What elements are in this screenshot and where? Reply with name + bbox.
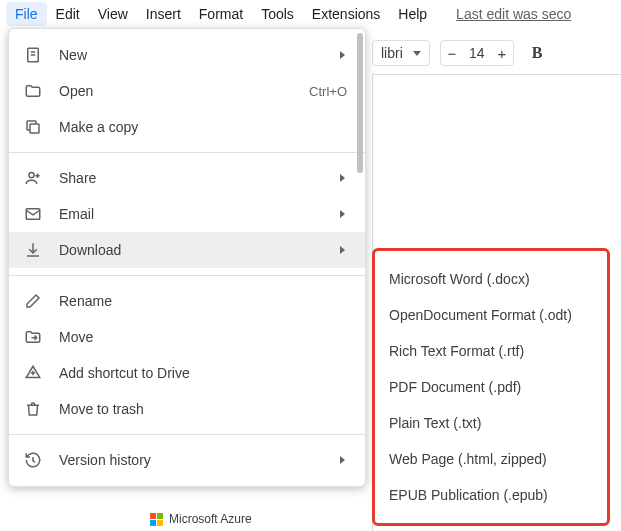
menubar-item-view[interactable]: View — [89, 2, 137, 26]
microsoft-logo-icon — [150, 513, 163, 526]
menu-item-version-history[interactable]: Version history — [9, 442, 365, 478]
download-option-html[interactable]: Web Page (.html, zipped) — [375, 441, 607, 477]
menu-item-email[interactable]: Email — [9, 196, 365, 232]
menubar-item-insert[interactable]: Insert — [137, 2, 190, 26]
menu-item-label: Open — [59, 83, 309, 99]
download-icon — [23, 240, 43, 260]
chevron-right-icon — [340, 174, 345, 182]
menubar-item-help[interactable]: Help — [389, 2, 436, 26]
menu-item-move[interactable]: Move — [9, 319, 365, 355]
menubar: File Edit View Insert Format Tools Exten… — [0, 0, 621, 28]
chevron-down-icon — [413, 51, 421, 56]
person-add-icon — [23, 168, 43, 188]
font-family-select[interactable]: libri — [372, 40, 430, 66]
bold-button[interactable]: B — [526, 42, 549, 64]
menu-item-label: Email — [59, 206, 340, 222]
menu-separator — [9, 434, 365, 435]
font-family-value: libri — [381, 45, 403, 61]
folder-move-icon — [23, 327, 43, 347]
font-size-decrease-button[interactable]: − — [441, 41, 463, 65]
chevron-right-icon — [340, 51, 345, 59]
menu-item-trash[interactable]: Move to trash — [9, 391, 365, 427]
pencil-icon — [23, 291, 43, 311]
menu-item-label: Download — [59, 242, 340, 258]
download-option-txt[interactable]: Plain Text (.txt) — [375, 405, 607, 441]
menu-item-label: Version history — [59, 452, 340, 468]
download-option-rtf[interactable]: Rich Text Format (.rtf) — [375, 333, 607, 369]
download-option-epub[interactable]: EPUB Publication (.epub) — [375, 477, 607, 513]
taskbar: Microsoft Azure — [150, 507, 252, 531]
font-size-stepper: − 14 + — [440, 40, 514, 66]
menu-item-label: Rename — [59, 293, 351, 309]
chevron-right-icon — [340, 456, 345, 464]
file-plus-icon — [23, 45, 43, 65]
last-edit-link[interactable]: Last edit was seco — [456, 6, 571, 22]
menu-item-rename[interactable]: Rename — [9, 283, 365, 319]
menu-item-new[interactable]: New — [9, 37, 365, 73]
menu-item-label: Move — [59, 329, 351, 345]
menu-item-label: Make a copy — [59, 119, 351, 135]
download-submenu: Microsoft Word (.docx) OpenDocument Form… — [372, 248, 610, 526]
scrollbar[interactable] — [357, 33, 363, 173]
download-option-pdf[interactable]: PDF Document (.pdf) — [375, 369, 607, 405]
menu-item-open[interactable]: Open Ctrl+O — [9, 73, 365, 109]
folder-open-icon — [23, 81, 43, 101]
menu-item-label: Add shortcut to Drive — [59, 365, 351, 381]
font-size-increase-button[interactable]: + — [491, 41, 513, 65]
menu-item-make-copy[interactable]: Make a copy — [9, 109, 365, 145]
download-option-odt[interactable]: OpenDocument Format (.odt) — [375, 297, 607, 333]
trash-icon — [23, 399, 43, 419]
menubar-item-edit[interactable]: Edit — [47, 2, 89, 26]
file-menu: New Open Ctrl+O Make a copy Share Email — [8, 28, 366, 487]
menubar-item-tools[interactable]: Tools — [252, 2, 303, 26]
svg-point-4 — [29, 172, 34, 177]
download-option-docx[interactable]: Microsoft Word (.docx) — [375, 261, 607, 297]
menu-item-label: New — [59, 47, 340, 63]
menu-item-label: Move to trash — [59, 401, 351, 417]
taskbar-app-label[interactable]: Microsoft Azure — [169, 512, 252, 526]
menubar-item-file[interactable]: File — [6, 2, 47, 26]
toolbar: libri − 14 + B — [372, 40, 548, 66]
drive-add-icon — [23, 363, 43, 383]
font-size-value[interactable]: 14 — [463, 45, 491, 61]
history-icon — [23, 450, 43, 470]
menubar-item-format[interactable]: Format — [190, 2, 252, 26]
chevron-right-icon — [340, 210, 345, 218]
menu-item-label: Share — [59, 170, 340, 186]
mail-icon — [23, 204, 43, 224]
menubar-item-extensions[interactable]: Extensions — [303, 2, 389, 26]
copy-icon — [23, 117, 43, 137]
svg-rect-3 — [30, 124, 39, 133]
menu-separator — [9, 275, 365, 276]
menu-item-share[interactable]: Share — [9, 160, 365, 196]
menu-separator — [9, 152, 365, 153]
menu-item-add-shortcut[interactable]: Add shortcut to Drive — [9, 355, 365, 391]
menu-item-shortcut: Ctrl+O — [309, 84, 347, 99]
menu-item-download[interactable]: Download — [9, 232, 365, 268]
chevron-right-icon — [340, 246, 345, 254]
